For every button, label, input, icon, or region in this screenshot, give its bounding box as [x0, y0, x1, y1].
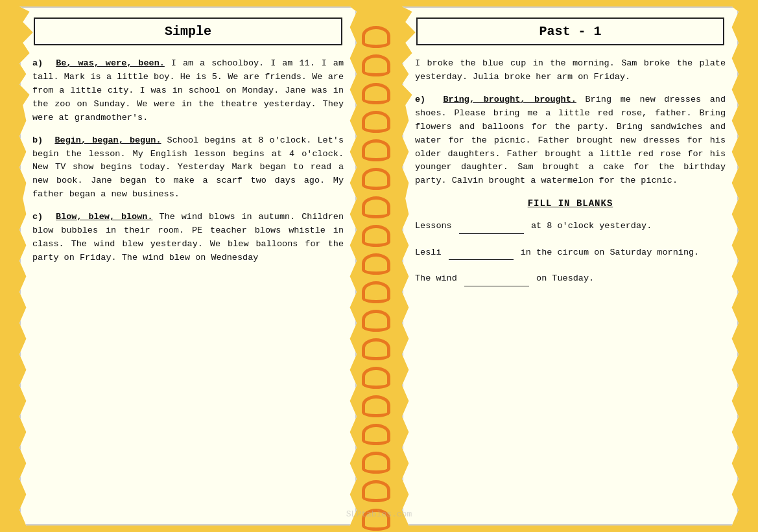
spiral-ring: [362, 395, 390, 412]
panels-row: Simple a) Be, was, were, been. I am a sc…: [0, 6, 758, 526]
fill-1-suffix: at 8 o'clock yesterday.: [531, 221, 652, 231]
right-content: I broke the blue cup in the morning. Sam…: [403, 52, 737, 305]
section-e-header: Bring, brought, brought.: [443, 95, 576, 104]
intro-section: I broke the blue cup in the morning. Sam…: [415, 57, 726, 84]
fill-2-blank[interactable]: [449, 246, 514, 260]
section-b-label: b) Begin, began, begun. School begins at…: [32, 135, 344, 200]
spiral-ring: [362, 338, 390, 355]
left-panel: Simple a) Be, was, were, been. I am a sc…: [19, 6, 357, 526]
left-title: Simple: [34, 17, 342, 45]
fill-1-prefix: Lessons: [415, 221, 452, 231]
spiral-ring: [362, 480, 390, 497]
right-panel: Past - 1 I broke the blue cup in the mor…: [402, 6, 739, 526]
spiral-ring: [362, 225, 390, 242]
spiral-ring: [362, 139, 390, 156]
fill-title: FILL IN BLANKS: [415, 197, 726, 211]
spiral-ring: [362, 509, 390, 526]
left-content: a) Be, was, were, been. I am a schoolboy…: [21, 52, 355, 281]
spiral-ring: [362, 168, 390, 185]
section-b: b) Begin, began, begun. School begins at…: [32, 134, 344, 202]
spiral-ring: [362, 281, 390, 298]
fill-item-2: Lesli in the circum on Saturday morning.: [415, 246, 726, 260]
page-wrapper: Simple a) Be, was, were, been. I am a sc…: [0, 0, 758, 532]
fill-section: FILL IN BLANKS Lessons at 8 o'clock yest…: [415, 197, 726, 286]
spiral-ring: [362, 54, 390, 71]
section-c-label: c) Blow, blew, blown. The wind blows in …: [32, 212, 344, 262]
spiral-ring: [362, 111, 390, 128]
right-title: Past - 1: [416, 17, 724, 45]
fill-item-3: The wind on Tuesday.: [415, 272, 726, 286]
section-e: e) Bring, brought, brought. Bring me new…: [415, 93, 726, 188]
fill-2-suffix: in the circum on Saturday morning.: [521, 248, 699, 257]
fill-1-blank[interactable]: [459, 219, 524, 234]
spiral-ring: [362, 367, 390, 384]
fill-3-blank[interactable]: [464, 272, 529, 286]
spiral-ring: [362, 310, 390, 327]
spiral-ring: [362, 196, 390, 213]
section-a-label: a) Be, was, were, been. I am a schoolboy…: [32, 58, 344, 122]
fill-item-1: Lessons at 8 o'clock yesterday.: [415, 219, 726, 234]
section-a: a) Be, was, were, been. I am a schoolboy…: [32, 57, 344, 125]
intro-text: I broke the blue cup in the morning. Sam…: [415, 58, 726, 82]
spiral-ring: [362, 424, 390, 441]
section-c-header: Blow, blew, blown.: [56, 212, 152, 222]
fill-2-prefix: Lesli: [415, 248, 442, 257]
spiral-ring: [362, 253, 390, 270]
section-a-header: Be, was, were, been.: [56, 58, 165, 68]
section-b-header: Begin, began, begun.: [54, 135, 161, 145]
section-e-text: Bring me new dresses and shoes. Please b…: [415, 95, 726, 186]
spiral-ring: [362, 83, 390, 100]
fill-3-suffix: on Tuesday.: [536, 273, 594, 283]
spiral-ring: [362, 452, 390, 468]
spiral-binding: [357, 6, 396, 526]
fill-3-prefix: The wind: [415, 273, 457, 283]
section-e-label: e) Bring, brought, brought. Bring me new…: [415, 95, 726, 186]
section-c: c) Blow, blew, blown. The wind blows in …: [32, 211, 344, 265]
spiral-ring: [362, 26, 390, 43]
